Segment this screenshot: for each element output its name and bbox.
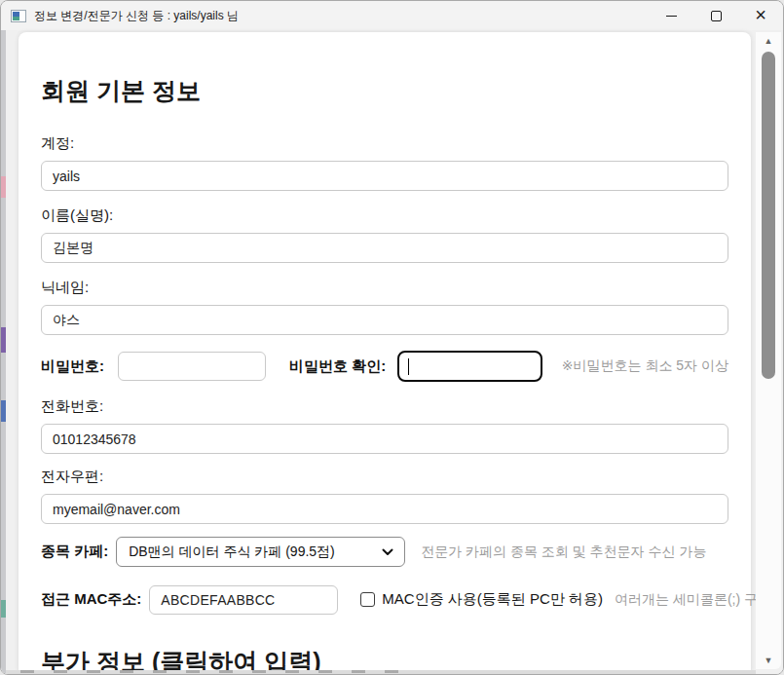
cut-off-text-fragments xyxy=(20,670,400,673)
cafe-row: 종목 카페: DB맨의 데이터 주식 카페 (99.5점) 전문가 카페의 종목… xyxy=(41,537,728,567)
page-title: 회원 기본 정보 xyxy=(41,75,728,107)
dialog-window: 정보 변경/전문가 신청 등 : yails/yails 님 × 회원 기본 정… xyxy=(0,0,784,675)
mac-note: 여러개는 세미콜론(;) 구분 xyxy=(615,591,771,609)
password-confirm-input[interactable] xyxy=(397,351,542,382)
cafe-note: 전문가 카페의 종목 조회 및 추천문자 수신 가능 xyxy=(421,544,706,561)
chevron-down-icon xyxy=(382,548,393,556)
account-label: 계정: xyxy=(41,134,728,153)
realname-label: 이름(실명): xyxy=(41,206,728,225)
cafe-select[interactable]: DB맨의 데이터 주식 카페 (99.5점) xyxy=(116,537,405,567)
member-info-form: 회원 기본 정보 계정: 이름(실명): 닉네임: 비밀번호: 비밀번호 확인: xyxy=(19,32,751,672)
minimize-icon xyxy=(666,16,677,17)
mac-input[interactable] xyxy=(149,585,338,615)
password-label: 비밀번호: xyxy=(41,357,104,376)
account-input[interactable] xyxy=(41,161,728,191)
mac-auth-checkbox[interactable] xyxy=(360,592,375,607)
password-note: ※비밀번호는 최소 5자 이상 xyxy=(562,357,728,375)
background-window-edge xyxy=(1,30,6,674)
cafe-label: 종목 카페: xyxy=(41,543,108,561)
maximize-icon xyxy=(711,11,722,21)
realname-input[interactable] xyxy=(41,233,728,263)
close-button[interactable]: × xyxy=(738,1,783,30)
realname-field: 이름(실명): xyxy=(41,206,728,263)
nickname-input[interactable] xyxy=(41,305,728,335)
email-field: 전자우편: xyxy=(41,468,728,524)
scrollbar: ▲ ▼ xyxy=(756,32,781,669)
scrollbar-thumb[interactable] xyxy=(762,52,775,379)
maximize-button[interactable] xyxy=(693,1,738,30)
window-controls: × xyxy=(649,1,783,30)
scroll-down-arrow[interactable]: ▼ xyxy=(756,654,781,667)
nickname-field: 닉네임: xyxy=(41,279,728,335)
content-area: 회원 기본 정보 계정: 이름(실명): 닉네임: 비밀번호: 비밀번호 확인: xyxy=(1,30,783,674)
email-label: 전자우편: xyxy=(41,468,728,486)
password-confirm-label: 비밀번호 확인: xyxy=(289,357,386,376)
mac-auth-checkbox-label: MAC인증 사용(등록된 PC만 허용) xyxy=(382,590,603,609)
mac-label: 접근 MAC주소: xyxy=(41,590,141,609)
text-cursor xyxy=(408,358,409,375)
scroll-up-arrow[interactable]: ▲ xyxy=(756,34,781,48)
cut-off-content-strip xyxy=(6,670,756,674)
phone-input[interactable] xyxy=(41,424,728,454)
phone-label: 전화번호: xyxy=(41,397,728,416)
cafe-selected-option: DB맨의 데이터 주식 카페 (99.5점) xyxy=(129,544,335,561)
mac-row: 접근 MAC주소: MAC인증 사용(등록된 PC만 허용) 여러개는 세미콜론… xyxy=(41,584,728,615)
app-window-icon xyxy=(11,10,26,22)
phone-field: 전화번호: xyxy=(41,397,728,454)
password-row: 비밀번호: 비밀번호 확인: ※비밀번호는 최소 5자 이상 xyxy=(41,351,728,382)
close-icon: × xyxy=(755,5,766,24)
account-field: 계정: xyxy=(41,134,728,191)
titlebar: 정보 변경/전문가 신청 등 : yails/yails 님 × xyxy=(1,1,783,30)
email-input[interactable] xyxy=(41,494,728,524)
minimize-button[interactable] xyxy=(649,1,693,30)
window-title: 정보 변경/전문가 신청 등 : yails/yails 님 xyxy=(34,8,239,24)
password-input[interactable] xyxy=(118,352,266,381)
nickname-label: 닉네임: xyxy=(41,279,728,297)
